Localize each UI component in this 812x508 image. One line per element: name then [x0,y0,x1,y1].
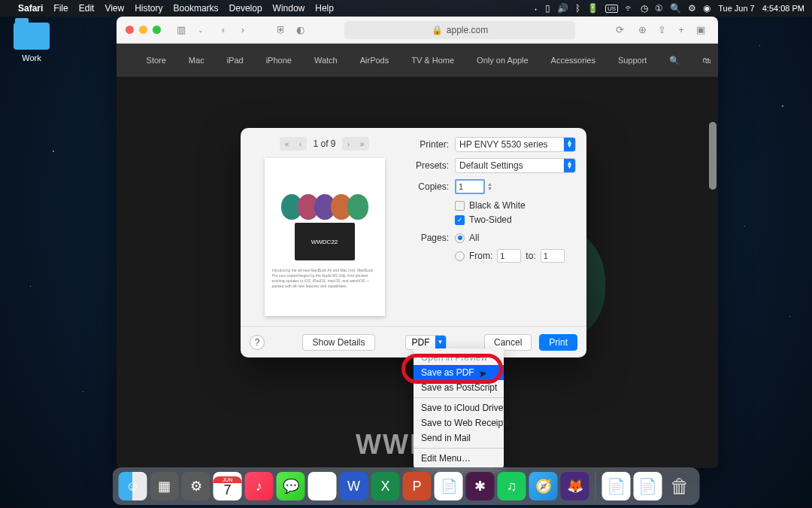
dock-word[interactable]: W [340,472,368,500]
menu-help[interactable]: Help [315,3,334,14]
printer-select[interactable]: HP ENVY 5530 series▲▼ [455,137,576,152]
menu-edit-menu[interactable]: Edit Menu… [414,451,504,466]
nav-ipad[interactable]: iPad [227,56,244,65]
show-details-button[interactable]: Show Details [302,334,374,351]
dock-excel[interactable]: X [371,472,400,500]
window-zoom[interactable] [153,26,161,34]
nav-only[interactable]: Only on Apple [477,56,529,65]
dock-recent-doc-2[interactable]: 📄 [634,472,662,500]
sync-icon[interactable]: ◷ [641,3,648,14]
dock-settings[interactable]: ⚙ [182,472,211,500]
dock-music[interactable]: ♪ [245,472,274,500]
dock-launchpad[interactable]: ▦ [150,472,179,500]
share-icon[interactable]: ⇧ [653,23,670,38]
sidebar-toggle-icon[interactable]: ▥ [173,23,189,38]
menu-develop[interactable]: Develop [229,3,262,14]
user-icon[interactable]: ① [655,3,663,14]
dock-slack[interactable]: ✱ [466,472,495,500]
wifi-icon[interactable]: ᯤ [625,3,634,14]
print-button[interactable]: Print [539,334,577,351]
dock-calendar[interactable]: JUN7 [214,472,242,500]
nav-mac[interactable]: Mac [189,56,205,65]
siri-icon[interactable]: ◉ [703,3,710,14]
tabs-icon[interactable]: ▣ [692,23,709,38]
menu-file[interactable]: File [53,3,68,14]
window-minimize[interactable] [139,26,147,34]
battery-icon[interactable]: 🔋 [587,3,598,14]
back-button[interactable]: ‹ [215,23,232,38]
nav-watch[interactable]: Watch [314,56,338,65]
nav-support[interactable]: Support [618,56,647,65]
dock-firefox[interactable]: 🦊 [561,472,589,500]
menu-send-in-mail[interactable]: Send in Mail [414,430,504,446]
menu-open-preview[interactable]: Open in Preview [414,350,504,365]
chevron-down-icon[interactable]: ⌄ [192,23,209,38]
dock-recent-doc-1[interactable]: 📄 [602,472,631,500]
preview-laptop: WWDC22 [295,223,355,260]
dock-finder[interactable]: ☺ [119,472,147,500]
dock-chrome[interactable]: ◉ [308,472,337,500]
dock-powerpoint[interactable]: P [403,472,432,500]
next-page-button[interactable]: › [342,137,356,151]
last-page-button[interactable]: » [356,137,369,151]
menu-edit[interactable]: Edit [79,3,95,14]
pages-all-radio[interactable]: All [455,233,479,243]
dock-trash[interactable]: 🗑 [665,472,694,500]
volume-icon[interactable]: 🔊 [557,3,568,14]
menu-save-icloud[interactable]: Save to iCloud Drive [414,400,504,415]
menubar-date[interactable]: Tue Jun 7 [718,4,755,13]
menu-view[interactable]: View [105,3,124,14]
forward-button[interactable]: › [235,23,251,38]
1password-icon[interactable]: ▯ [545,3,550,14]
copies-input[interactable]: 1 [455,179,485,194]
menubar-time[interactable]: 4:54:08 PM [762,4,804,13]
menu-save-as-pdf[interactable]: Save as PDF [414,365,504,380]
scrollbar-thumb[interactable] [709,122,717,190]
pages-range-radio[interactable]: From: [455,251,492,261]
desktop-folder-work[interactable]: Work [9,23,54,62]
first-page-button[interactable]: « [280,137,293,151]
presets-select[interactable]: Default Settings▲▼ [455,158,576,173]
to-page-input[interactable]: 1 [541,249,565,263]
print-dialog: « ‹ 1 of 9 › » WWDC22 Introducing the al… [241,128,586,357]
shield-icon[interactable]: ⛨ [272,23,289,38]
menu-save-as-postscript[interactable]: Save as PostScript [414,380,504,395]
two-sided-checkbox[interactable]: ✓Two-Sided [455,214,576,225]
bw-checkbox[interactable]: Black & White [455,200,576,211]
dock-notes[interactable]: 📄 [435,472,463,500]
nav-airpods[interactable]: AirPods [360,56,389,65]
window-close[interactable] [126,26,134,34]
bluetooth-icon[interactable]: ᛒ [575,3,580,14]
prev-page-button[interactable]: ‹ [293,137,307,151]
nav-store[interactable]: Store [147,56,166,65]
dock-safari[interactable]: 🧭 [529,472,558,500]
copies-stepper[interactable]: ▲▼ [487,179,496,194]
menu-window[interactable]: Window [273,3,305,14]
page-indicator: 1 of 9 [313,138,335,149]
new-tab-icon[interactable]: + [673,23,689,38]
from-page-input[interactable]: 1 [497,249,521,263]
keyboard-icon[interactable]: US [605,5,618,13]
search-icon[interactable]: 🔍 [669,56,680,65]
menu-history[interactable]: History [135,3,162,14]
reload-button[interactable]: ⟳ [611,23,628,38]
menu-bookmarks[interactable]: Bookmarks [174,3,219,14]
pdf-dropdown[interactable]: PDF▼ [405,335,447,350]
nav-tv[interactable]: TV & Home [411,56,454,65]
help-button[interactable]: ? [250,335,265,350]
dropbox-icon[interactable]: ⬪ [533,3,538,14]
control-center-icon[interactable]: ⚙ [688,3,696,14]
privacy-icon[interactable]: ◐ [292,23,308,38]
nav-accessories[interactable]: Accessories [551,56,595,65]
spotlight-icon[interactable]: 🔍 [670,3,681,14]
app-menu[interactable]: Safari [18,3,43,14]
dock: ☺ ▦ ⚙ JUN7 ♪ 💬 ◉ W X P 📄 ✱ ♫ 🧭 🦊 📄 📄 🗑 [113,467,700,505]
printer-label: Printer: [408,139,449,150]
menu-save-web-receipts[interactable]: Save to Web Receipts [414,415,504,430]
dock-messages[interactable]: 💬 [277,472,305,500]
dock-spotify[interactable]: ♫ [498,472,526,500]
bag-icon[interactable]: 🛍 [702,56,710,65]
address-bar[interactable]: 🔒 apple.com [344,21,575,39]
downloads-icon[interactable]: ⊕ [634,23,650,38]
nav-iphone[interactable]: iPhone [266,56,292,65]
